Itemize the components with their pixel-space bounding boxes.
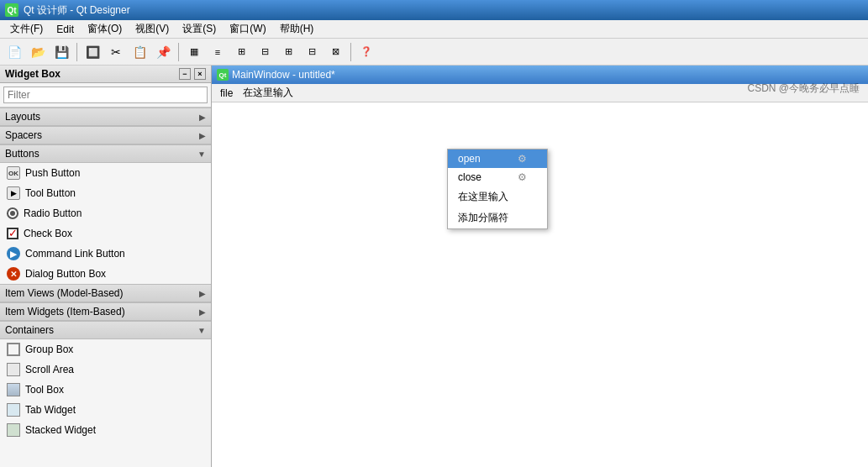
- category-item-views-arrow: [199, 289, 206, 298]
- radio-button-icon: [7, 207, 18, 219]
- toolbar-edit-mode[interactable]: ▦: [183, 41, 205, 63]
- toolbar-paste[interactable]: 📌: [152, 41, 174, 63]
- context-menu-open[interactable]: open ⚙: [448, 150, 547, 168]
- category-containers[interactable]: Containers: [0, 321, 211, 339]
- context-menu-typein-label: 在这里输入: [458, 190, 508, 204]
- menu-item-edit[interactable]: Edit: [50, 22, 81, 37]
- widget-push-button[interactable]: OK Push Button: [0, 163, 211, 183]
- context-menu-close-icon: ⚙: [518, 171, 527, 183]
- widget-command-link[interactable]: ▶ Command Link Button: [0, 244, 211, 264]
- context-menu-open-icon: ⚙: [518, 153, 527, 165]
- category-item-widgets[interactable]: Item Widgets (Item-Based): [0, 302, 211, 321]
- widget-tool-button[interactable]: ▶ Tool Button: [0, 183, 211, 203]
- toolbar-grid2[interactable]: ⊟: [301, 41, 323, 63]
- widget-stacked-widget[interactable]: Stacked Widget: [0, 420, 211, 440]
- widget-box-close[interactable]: ×: [194, 68, 206, 80]
- widget-box-title: Widget Box: [5, 68, 60, 80]
- form-menu-file[interactable]: file: [215, 86, 238, 101]
- toolbar-new[interactable]: 📄: [3, 41, 25, 63]
- category-spacers-label: Spacers: [5, 129, 42, 141]
- command-link-label: Command Link Button: [25, 248, 125, 260]
- widget-box-header: Widget Box − ×: [0, 66, 211, 83]
- dialog-button-label: Dialog Button Box: [25, 268, 106, 280]
- app-icon: Qt: [5, 3, 18, 17]
- tab-widget-label: Tab Widget: [25, 404, 76, 416]
- widget-radio-button[interactable]: Radio Button: [0, 203, 211, 223]
- menu-item-file[interactable]: 文件(F): [3, 20, 50, 38]
- toolbar-grid1[interactable]: ⊞: [277, 41, 299, 63]
- widget-box-pin[interactable]: −: [179, 68, 191, 80]
- widget-dialog-button[interactable]: ✕ Dialog Button Box: [0, 264, 211, 284]
- toolbar-grid3[interactable]: ⊠: [324, 41, 346, 63]
- check-box-label: Check Box: [24, 228, 72, 239]
- category-containers-arrow: [197, 326, 206, 335]
- tool-button-icon: ▶: [7, 186, 20, 200]
- canvas-area: Qt MainWindow - untitled* file 在这里输入 ope…: [212, 66, 868, 467]
- widget-group-box[interactable]: Group Box: [0, 339, 211, 359]
- tool-box-label: Tool Box: [25, 384, 64, 396]
- filter-input[interactable]: [3, 87, 208, 103]
- menu-item-settings[interactable]: 设置(S): [176, 20, 223, 38]
- menu-item-winmenu[interactable]: 窗口(W): [223, 20, 272, 38]
- toolbar-help[interactable]: ❓: [355, 41, 377, 63]
- menu-item-help[interactable]: 帮助(H): [273, 20, 321, 38]
- context-menu-addsep[interactable]: 添加分隔符: [448, 207, 547, 228]
- category-buttons-label: Buttons: [5, 148, 39, 160]
- main-layout: Widget Box − × Layouts Spacers Buttons: [0, 66, 868, 467]
- mdi-window: Qt MainWindow - untitled* file 在这里输入 ope…: [212, 66, 868, 467]
- category-layouts-arrow: [199, 113, 206, 122]
- category-item-widgets-arrow: [199, 307, 206, 317]
- category-spacers[interactable]: Spacers: [0, 126, 211, 144]
- category-layouts-label: Layouts: [5, 111, 40, 123]
- category-item-views[interactable]: Item Views (Model-Based): [0, 284, 211, 302]
- toolbar-sep-3: [350, 43, 351, 61]
- toolbar-cut[interactable]: ✂: [105, 41, 127, 63]
- category-item-widgets-label: Item Widgets (Item-Based): [5, 306, 125, 317]
- toolbar-save[interactable]: 💾: [50, 41, 72, 63]
- push-button-label: Push Button: [25, 167, 80, 179]
- widget-scroll-area[interactable]: Scroll Area: [0, 359, 211, 380]
- toolbar-preview[interactable]: ⊟: [254, 41, 276, 63]
- group-box-label: Group Box: [25, 344, 73, 355]
- context-menu-addsep-label: 添加分隔符: [458, 211, 508, 225]
- toolbar-open[interactable]: 📂: [27, 41, 49, 63]
- tool-box-icon: [7, 383, 20, 396]
- main-menu-bar: 文件(F) Edit 窗体(O) 视图(V) 设置(S) 窗口(W) 帮助(H): [0, 20, 868, 39]
- context-menu-close[interactable]: close ⚙: [448, 168, 547, 186]
- filter-box: [0, 83, 211, 108]
- category-buttons-arrow: [197, 150, 206, 159]
- app-title: Qt 设计师 - Qt Designer: [24, 3, 130, 18]
- category-containers-label: Containers: [5, 324, 54, 336]
- mdi-title-text: MainWindow - untitled*: [232, 69, 335, 81]
- context-menu: open ⚙ close ⚙ 在这里输入 添加分隔符: [447, 149, 548, 229]
- toolbar-copy[interactable]: 📋: [129, 41, 150, 63]
- command-link-icon: ▶: [7, 247, 20, 260]
- context-menu-close-label: close: [458, 171, 481, 183]
- tab-widget-icon: [7, 403, 20, 417]
- widget-check-box[interactable]: ✓ Check Box: [0, 223, 211, 244]
- context-menu-typein[interactable]: 在这里输入: [448, 186, 547, 207]
- toolbar-buddy[interactable]: ≡: [207, 41, 229, 63]
- toolbar-undo[interactable]: 🔲: [82, 41, 103, 63]
- widget-tab-widget[interactable]: Tab Widget: [0, 400, 211, 420]
- check-box-icon: ✓: [7, 228, 18, 239]
- widget-list: Layouts Spacers Buttons OK Push Button ▶…: [0, 108, 211, 467]
- menu-item-view[interactable]: 视图(V): [129, 20, 176, 38]
- toolbar-taborder[interactable]: ⊞: [230, 41, 252, 63]
- form-menu-type[interactable]: 在这里输入: [238, 84, 298, 102]
- category-spacers-arrow: [199, 131, 206, 140]
- widget-box-controls: − ×: [179, 68, 206, 80]
- tool-button-label: Tool Button: [25, 187, 76, 199]
- title-bar: Qt Qt 设计师 - Qt Designer: [0, 0, 868, 20]
- widget-tool-box[interactable]: Tool Box: [0, 380, 211, 400]
- context-menu-open-label: open: [458, 153, 481, 165]
- dialog-button-icon: ✕: [7, 267, 20, 281]
- widget-box-panel: Widget Box − × Layouts Spacers Buttons: [0, 66, 212, 467]
- category-buttons[interactable]: Buttons: [0, 144, 211, 163]
- menu-item-window[interactable]: 窗体(O): [81, 20, 129, 38]
- toolbar-sep-2: [178, 43, 179, 61]
- category-item-views-label: Item Views (Model-Based): [5, 287, 124, 299]
- watermark: CSDN @今晚务必早点睡: [747, 81, 860, 96]
- group-box-icon: [7, 343, 20, 356]
- category-layouts[interactable]: Layouts: [0, 108, 211, 126]
